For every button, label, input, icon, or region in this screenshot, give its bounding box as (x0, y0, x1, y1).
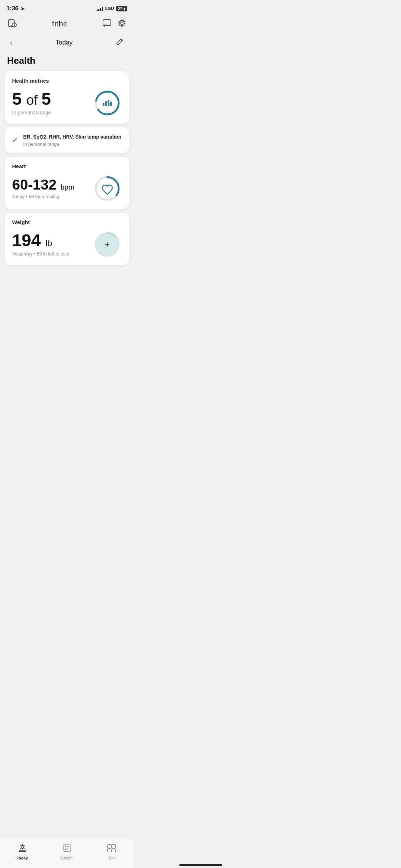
signal-bars-icon (97, 6, 103, 11)
heart-subtitle: Today • 69 bpm resting (12, 194, 74, 199)
svg-rect-9 (105, 101, 107, 106)
app-header: fitbit (0, 14, 134, 34)
check-text: BR, SpO2, RHR, HRV, Skin temp variation … (23, 134, 121, 147)
location-arrow-icon: ➤ (21, 6, 25, 11)
check-card[interactable]: ✓ BR, SpO2, RHR, HRV, Skin temp variatio… (5, 127, 129, 153)
status-bar: 1:36 ➤ 5GU 27 ▮ (0, 0, 134, 14)
status-right: 5GU 27 ▮ (97, 6, 127, 11)
checkmark-icon: ✓ (12, 136, 18, 144)
add-weight-button[interactable]: + (97, 234, 118, 255)
svg-point-7 (96, 92, 119, 114)
chat-icon[interactable] (102, 19, 112, 29)
heart-left: 60-132 bpm Today • 69 bpm resting (12, 177, 74, 199)
section-health-title: Health (0, 52, 134, 71)
device-icon[interactable] (7, 18, 17, 30)
network-type: 5GU (105, 6, 114, 11)
weight-content: 194 lb Yesterday • 59 lb left to lose + (12, 230, 122, 259)
svg-rect-10 (108, 100, 109, 106)
heart-icon (102, 185, 112, 194)
heart-title: Heart (12, 163, 122, 169)
health-metrics-count: 5 of 5 (12, 91, 51, 108)
app-title: fitbit (52, 19, 67, 29)
date-title: Today (56, 39, 73, 46)
date-nav: ‹ Today (0, 34, 134, 52)
health-metrics-card[interactable]: Health metrics 5 of 5 In personal range (5, 71, 129, 124)
settings-icon[interactable] (117, 19, 127, 29)
weight-value: 194 lb (12, 232, 69, 249)
health-metrics-title: Health metrics (12, 78, 122, 84)
svg-rect-11 (110, 102, 112, 106)
svg-rect-8 (103, 103, 104, 106)
heart-value: 60-132 bpm (12, 177, 74, 192)
weight-title: Weight (12, 219, 122, 225)
status-time: 1:36 ➤ (6, 5, 25, 12)
health-metrics-content: 5 of 5 In personal range (12, 89, 122, 117)
battery-icon: ▮ (123, 7, 125, 11)
svg-point-1 (11, 25, 12, 26)
weight-add-area: + (93, 230, 122, 259)
heart-card[interactable]: Heart 60-132 bpm Today • 69 bpm resting (5, 157, 129, 209)
weight-card[interactable]: Weight 194 lb Yesterday • 59 lb left to … (5, 213, 129, 265)
heart-content: 60-132 bpm Today • 69 bpm resting (12, 174, 122, 203)
battery-indicator: 27 ▮ (116, 6, 127, 11)
check-subtitle: In personal range (23, 141, 121, 147)
health-metrics-subtitle: In personal range (12, 110, 51, 115)
cards-container: Health metrics 5 of 5 In personal range (0, 71, 134, 297)
header-right-icons (102, 19, 127, 29)
health-metrics-chart-icon (93, 89, 122, 117)
edit-button[interactable] (113, 37, 127, 48)
weight-left: 194 lb Yesterday • 59 lb left to lose (12, 232, 69, 257)
weight-subtitle: Yesterday • 59 lb left to lose (12, 251, 69, 257)
check-metrics-list: BR, SpO2, RHR, HRV, Skin temp variation (23, 134, 121, 141)
back-button[interactable]: ‹ (7, 38, 15, 47)
heart-chart-icon (93, 174, 122, 203)
svg-point-5 (120, 22, 123, 25)
svg-rect-2 (10, 19, 12, 20)
health-metrics-left: 5 of 5 In personal range (12, 91, 51, 115)
